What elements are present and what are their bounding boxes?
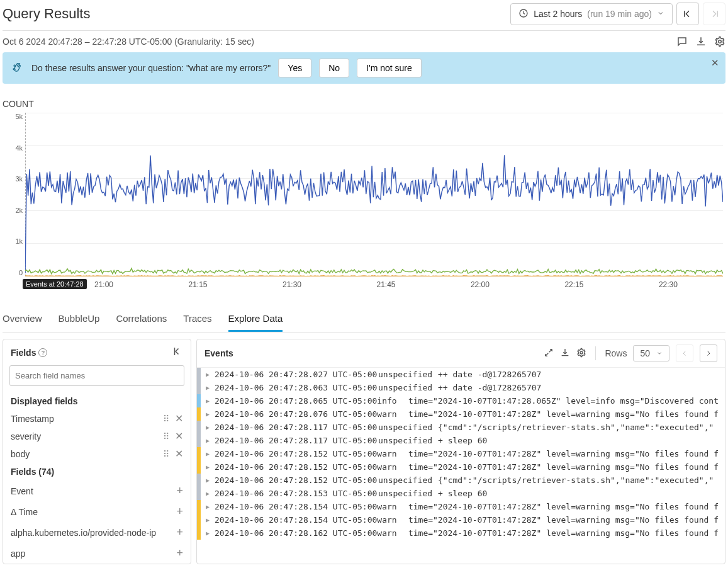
event-row[interactable]: ▶2024-10-06 20:47:28.162 UTC-05:00warnti…: [197, 526, 725, 540]
x-tick: 22:00: [471, 280, 490, 289]
tab-explore-data[interactable]: Explore Data: [228, 307, 283, 332]
event-row[interactable]: ▶2024-10-06 20:47:28.117 UTC-05:00unspec…: [197, 421, 725, 434]
event-severity: unspecified: [378, 423, 438, 432]
comment-button[interactable]: [676, 36, 688, 47]
event-severity: unspecified: [378, 370, 438, 379]
event-row[interactable]: ▶2024-10-06 20:47:28.152 UTC-05:00warnti…: [197, 460, 725, 474]
drag-handle-icon[interactable]: ⠿: [163, 431, 169, 441]
expand-row-icon[interactable]: ▶: [206, 490, 210, 497]
field-row[interactable]: alpha.kubernetes.io/provided-node-ip+: [3, 522, 191, 543]
banner-yes-button[interactable]: Yes: [278, 59, 311, 77]
x-tick: 22:30: [659, 280, 678, 289]
add-field-button[interactable]: +: [176, 484, 183, 498]
tab-bubbleup[interactable]: BubbleUp: [59, 307, 100, 332]
event-body: ++ date -d@1728265707: [438, 383, 541, 392]
event-row[interactable]: ▶2024-10-06 20:47:28.117 UTC-05:00unspec…: [197, 434, 725, 447]
events-download-button[interactable]: [560, 348, 570, 360]
prev-page-button: [676, 344, 693, 362]
events-panel: Events Rows 50: [196, 339, 725, 564]
event-body: time="2024-10-07T01:47:28Z" level=warnin…: [408, 462, 719, 472]
event-timestamp: 2024-10-06 20:47:28.154 UTC-05:00: [215, 515, 377, 525]
event-body: time="2024-10-07T01:47:28Z" level=warnin…: [408, 502, 719, 511]
settings-button[interactable]: [714, 36, 725, 47]
y-axis-ticks: 5k4k3k2k1k0: [4, 113, 23, 276]
banner-unsure-button[interactable]: I'm not sure: [357, 59, 422, 77]
event-row[interactable]: ▶2024-10-06 20:47:28.063 UTC-05:00unspec…: [197, 381, 725, 394]
field-name: Δ Time: [11, 507, 38, 517]
event-timestamp: 2024-10-06 20:47:28.065 UTC-05:00: [215, 396, 377, 406]
fields-search-input[interactable]: [9, 365, 184, 386]
expand-row-icon[interactable]: ▶: [206, 384, 210, 391]
expand-row-icon[interactable]: ▶: [206, 477, 210, 484]
drag-handle-icon[interactable]: ⠿: [163, 414, 169, 424]
rows-select[interactable]: 50: [633, 345, 669, 361]
expand-row-icon[interactable]: ▶: [206, 397, 210, 404]
event-body: {"cmd":"/scripts/retriever-stats.sh","na…: [438, 423, 714, 432]
event-row[interactable]: ▶2024-10-06 20:47:28.154 UTC-05:00warnti…: [197, 500, 725, 513]
displayed-field-row[interactable]: Timestamp⠿✕: [3, 410, 191, 428]
event-row[interactable]: ▶2024-10-06 20:47:28.152 UTC-05:00warnti…: [197, 447, 725, 460]
add-field-button[interactable]: +: [176, 547, 183, 560]
time-range-selector[interactable]: Last 2 hours (run 19 min ago): [510, 3, 673, 25]
event-row[interactable]: ▶2024-10-06 20:47:28.027 UTC-05:00unspec…: [197, 368, 725, 381]
tab-traces[interactable]: Traces: [183, 307, 211, 332]
event-body: time="2024-10-07T01:47:28.065Z" level=in…: [408, 396, 719, 406]
fields-heading: Fields: [11, 348, 36, 358]
svg-point-2: [580, 351, 583, 354]
event-severity: warn: [377, 502, 408, 511]
time-range-text: Oct 6 2024 20:47:28 – 22:47:28 UTC-05:00…: [3, 37, 254, 47]
add-field-button[interactable]: +: [176, 505, 183, 518]
drag-handle-icon[interactable]: ⠿: [163, 449, 169, 459]
event-severity: unspecified: [378, 383, 438, 392]
field-row[interactable]: Event+: [3, 480, 191, 501]
expand-row-icon[interactable]: ▶: [206, 437, 210, 444]
add-field-button[interactable]: +: [176, 526, 183, 539]
expand-row-icon[interactable]: ▶: [206, 411, 210, 418]
expand-row-icon[interactable]: ▶: [206, 530, 210, 537]
banner-close-button[interactable]: ✕: [711, 57, 719, 69]
prev-query-button[interactable]: [676, 3, 699, 25]
event-severity: unspecified: [378, 436, 438, 445]
event-row[interactable]: ▶2024-10-06 20:47:28.154 UTC-05:00warnti…: [197, 513, 725, 526]
fields-panel: Fields ? Displayed fields Timestamp⠿✕sev…: [3, 339, 191, 564]
event-row[interactable]: ▶2024-10-06 20:47:28.076 UTC-05:00warnti…: [197, 407, 725, 421]
result-tabs: Overview BubbleUp Correlations Traces Ex…: [3, 307, 725, 333]
x-tick: 21:30: [283, 280, 301, 289]
event-row[interactable]: ▶2024-10-06 20:47:28.153 UTC-05:00unspec…: [197, 487, 725, 500]
expand-row-icon[interactable]: ▶: [206, 503, 210, 510]
event-body: time="2024-10-07T01:47:28Z" level=warnin…: [408, 528, 719, 538]
events-settings-button[interactable]: [576, 348, 586, 360]
collapse-panel-button[interactable]: [172, 346, 183, 359]
tab-overview[interactable]: Overview: [3, 307, 42, 332]
displayed-field-row[interactable]: severity⠿✕: [3, 428, 191, 445]
count-chart[interactable]: 5k4k3k2k1k0 Events at 20:47:28: [25, 113, 723, 276]
download-button[interactable]: [695, 36, 707, 47]
remove-field-button[interactable]: ✕: [175, 449, 183, 459]
event-severity: warn: [377, 449, 408, 458]
expand-row-icon[interactable]: ▶: [206, 463, 210, 470]
banner-no-button[interactable]: No: [319, 59, 349, 77]
y-tick: 5k: [4, 113, 23, 120]
field-name: Timestamp: [11, 414, 54, 424]
expand-row-icon[interactable]: ▶: [206, 371, 210, 378]
expand-row-icon[interactable]: ▶: [206, 516, 210, 523]
tab-correlations[interactable]: Correlations: [116, 307, 167, 332]
help-icon[interactable]: ?: [38, 348, 47, 357]
remove-field-button[interactable]: ✕: [175, 431, 183, 441]
event-row[interactable]: ▶2024-10-06 20:47:28.065 UTC-05:00infoti…: [197, 394, 725, 407]
displayed-field-row[interactable]: body⠿✕: [3, 445, 191, 463]
event-body: time="2024-10-07T01:47:28Z" level=warnin…: [408, 449, 719, 458]
expand-button[interactable]: [544, 348, 554, 360]
y-tick: 1k: [4, 237, 23, 245]
field-row[interactable]: app+: [3, 543, 191, 564]
event-timestamp: 2024-10-06 20:47:28.117 UTC-05:00: [215, 423, 378, 432]
chart-title: COUNT: [3, 99, 725, 109]
header: Query Results Last 2 hours (run 19 min a…: [3, 3, 725, 31]
expand-row-icon[interactable]: ▶: [206, 450, 210, 457]
remove-field-button[interactable]: ✕: [175, 414, 183, 424]
event-row[interactable]: ▶2024-10-06 20:47:28.152 UTC-05:00unspec…: [197, 474, 725, 487]
svg-point-1: [719, 40, 722, 43]
expand-row-icon[interactable]: ▶: [206, 424, 210, 431]
field-row[interactable]: Δ Time+: [3, 501, 191, 522]
next-page-button[interactable]: [700, 344, 717, 362]
